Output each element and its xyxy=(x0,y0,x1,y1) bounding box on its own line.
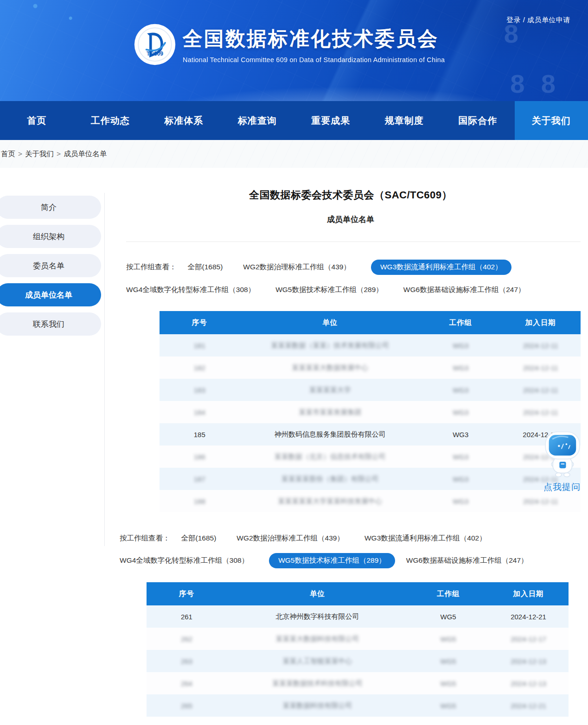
nav-item-6[interactable]: 国际合作 xyxy=(441,101,515,140)
assistant-label[interactable]: 点我提问 xyxy=(540,481,584,493)
column-header: 单位 xyxy=(240,311,421,334)
cell-unit: 某某数据（北京）信息技术有限公司 xyxy=(240,445,421,468)
filter-tab-wg6[interactable]: WG6数据基础设施标准工作组（247） xyxy=(403,285,525,295)
sidebar-item-1[interactable]: 组织架构 xyxy=(0,225,101,248)
filter-tab-wg2[interactable]: WG2数据治理标准工作组（439） xyxy=(236,534,344,543)
sidebar-item-2[interactable]: 委员名单 xyxy=(0,254,101,277)
nav-item-2[interactable]: 标准体系 xyxy=(147,101,221,140)
cell-date-text: 2024-12-11 xyxy=(523,342,558,350)
filter-tab-wg3[interactable]: WG3数据流通利用标准工作组（402） xyxy=(364,534,486,543)
sidebar-item-4[interactable]: 联系我们 xyxy=(0,312,101,336)
filter-tab-wg3[interactable]: WG3数据流通利用标准工作组（402） xyxy=(371,260,511,275)
nav-item-4[interactable]: 重要成果 xyxy=(294,101,368,140)
cell-unit: 某某某数据技术科技有限公司 xyxy=(227,672,408,694)
login-link[interactable]: 登录 / 成员单位申请 xyxy=(506,16,570,25)
filter-tab-wg6[interactable]: WG6数据基础设施标准工作组（247） xyxy=(406,556,528,566)
cell-unit-text: 神州数码信息服务集团股份有限公司 xyxy=(275,430,386,438)
page-title: 全国数据标委会技术委员会（SAC/TC609） xyxy=(113,188,588,202)
cell-unit: 某某数据科技有限公司 xyxy=(227,694,408,717)
cell-date: 2024-12-11 xyxy=(500,379,581,401)
breadcrumb-item-1[interactable]: 关于我们 xyxy=(25,150,54,158)
table-row: 185神州数码信息服务集团股份有限公司WG32024-12-21 xyxy=(160,423,581,445)
cell-seq: 183 xyxy=(160,379,240,401)
cell-unit-text: 某某某大数据科技有限公司 xyxy=(276,635,359,642)
filter-tab-wg2[interactable]: WG2数据治理标准工作组（439） xyxy=(243,262,351,272)
cell-date-text: 2024-12-11 xyxy=(523,408,558,416)
breadcrumb-separator: > xyxy=(18,150,22,158)
cell-date-text: 2024-12-11 xyxy=(523,364,558,372)
sidebar-divider xyxy=(104,193,105,546)
cell-wg-text: WG3 xyxy=(453,453,468,461)
cell-date-text: 2024-12-13 xyxy=(511,657,546,665)
page-subtitle: 成员单位名单 xyxy=(113,214,588,225)
nav-item-3[interactable]: 标准查询 xyxy=(221,101,294,140)
member-table-wg5: 序号单位工作组加入日期 261北京神州数字科技有限公司WG52024-12-21… xyxy=(147,582,569,717)
cell-seq: 184 xyxy=(160,401,240,423)
cell-wg: WG5 xyxy=(408,650,488,672)
column-header: 工作组 xyxy=(408,582,488,605)
cell-wg-text: WG5 xyxy=(441,635,456,643)
breadcrumb-item-0[interactable]: 首页 xyxy=(1,150,15,158)
assistant-widget[interactable]: 点我提问 xyxy=(540,429,584,493)
sidebar-item-3[interactable]: 成员单位名单 xyxy=(0,283,101,306)
column-header: 序号 xyxy=(147,582,227,605)
cell-unit: 某某某数据（某某）技术发展有限公司 xyxy=(240,334,421,356)
cell-date: 2024-12-11 xyxy=(500,401,581,423)
cell-unit: 某某某某大数据发展中心 xyxy=(240,356,421,379)
cell-wg: WG3 xyxy=(421,334,501,356)
cell-wg: WG5 xyxy=(408,672,488,694)
nav-item-5[interactable]: 规章制度 xyxy=(368,101,441,140)
cell-unit-text: 某某数据（北京）信息技术有限公司 xyxy=(275,452,386,460)
filter-tab-wg5[interactable]: WG5数据技术标准工作组（289） xyxy=(269,553,395,568)
cell-unit: 某某某某某大学某某科技发展中心 xyxy=(240,490,421,512)
cell-unit-text: 某某人工智能某某中心 xyxy=(283,657,352,665)
robot-mascot-icon xyxy=(542,429,582,477)
table-row: 262某某某大数据科技有限公司WG52024-12-17 xyxy=(147,628,569,650)
cell-unit-text: 某某某某某大学某某科技发展中心 xyxy=(278,497,382,505)
title-divider xyxy=(126,242,581,242)
cell-unit: 北京神州数字科技有限公司 xyxy=(227,605,408,628)
page-body: 简介组织架构委员名单成员单位名单联系我们 全国数据标委会技术委员会（SAC/TC… xyxy=(0,188,588,717)
column-header: 序号 xyxy=(160,311,240,334)
cell-seq-text: 264 xyxy=(181,680,192,687)
cell-seq: 186 xyxy=(160,445,240,468)
cell-seq-text: 184 xyxy=(194,408,205,416)
column-header: 单位 xyxy=(227,582,408,605)
column-header: 加入日期 xyxy=(500,311,581,334)
cell-seq-text: 187 xyxy=(194,475,205,483)
cell-seq: 263 xyxy=(147,650,227,672)
filter-tab-wg4[interactable]: WG4全域数字化转型标准工作组（308） xyxy=(126,285,255,295)
cell-seq-text: 262 xyxy=(181,635,192,643)
site-title: 全国数据标准化技术委员会 xyxy=(183,25,445,52)
cell-wg-text: WG5 xyxy=(441,657,456,665)
cell-unit: 某某市某某发展集团 xyxy=(240,401,421,423)
cell-date: 2024-12-21 xyxy=(488,605,569,628)
filter-tab-wg5[interactable]: WG5数据技术标准工作组（289） xyxy=(275,285,383,295)
sidebar-item-0[interactable]: 简介 xyxy=(0,196,101,219)
cell-date: 2024-12-13 xyxy=(488,650,569,672)
cell-date-text: 2024-12-13 xyxy=(511,680,546,687)
cell-unit-text: 某某某某股份（集团）有限公司 xyxy=(281,475,379,483)
breadcrumb-separator: > xyxy=(57,150,61,158)
filter-tab-wg4[interactable]: WG4全域数字化转型标准工作组（308） xyxy=(120,556,249,566)
table-row: 182某某某某大数据发展中心WG32024-12-11 xyxy=(160,356,581,379)
filter-tab-all[interactable]: 全部(1685) xyxy=(181,534,217,543)
breadcrumb-item-2[interactable]: 成员单位名单 xyxy=(64,150,107,158)
filter-tab-all[interactable]: 全部(1685) xyxy=(188,262,223,272)
cell-wg-text: WG3 xyxy=(453,431,468,439)
table-row: 261北京神州数字科技有限公司WG52024-12-21 xyxy=(147,605,569,628)
cell-wg: WG3 xyxy=(421,468,501,490)
nav-item-7[interactable]: 关于我们 xyxy=(515,101,588,140)
nav-item-0[interactable]: 首页 xyxy=(0,101,74,140)
cell-seq-text: 183 xyxy=(194,386,205,394)
table-row: 186某某数据（北京）信息技术有限公司WG32024-12-11 xyxy=(160,445,581,468)
column-header: 加入日期 xyxy=(488,582,569,605)
cell-date: 2024-12-21 xyxy=(488,694,569,717)
nav-item-1[interactable]: 工作动态 xyxy=(74,101,147,140)
table-row: 181某某某数据（某某）技术发展有限公司WG32024-12-11 xyxy=(160,334,581,356)
cell-wg-text: WG3 xyxy=(453,408,468,416)
cell-wg: WG5 xyxy=(408,605,488,628)
cell-wg-text: WG3 xyxy=(453,386,468,394)
cell-seq: 265 xyxy=(147,694,227,717)
cell-wg-text: WG5 xyxy=(441,680,456,687)
